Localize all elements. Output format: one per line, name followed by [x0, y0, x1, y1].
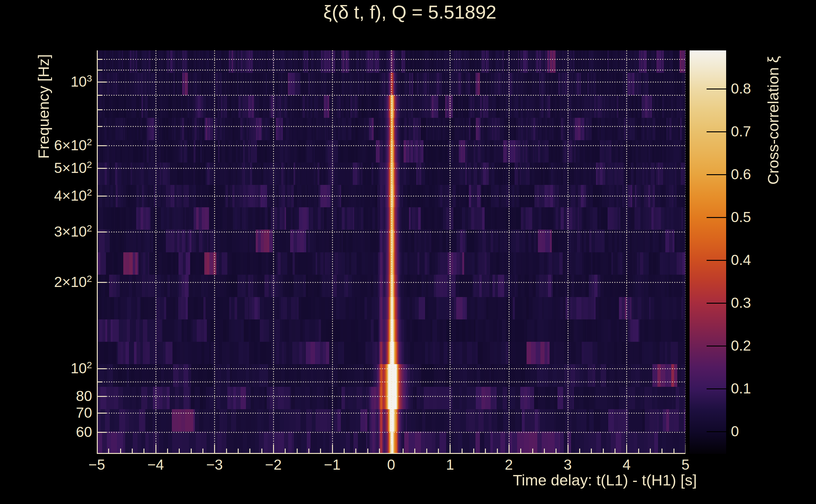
- colorbar-tick: [707, 303, 726, 304]
- x-tick-label: −5: [89, 457, 105, 472]
- x-axis-title: Time delay: t(L1) - t(H1) [s]: [513, 471, 697, 489]
- colorbar-tick-label: 0.8: [731, 81, 751, 96]
- x-tick-label: 5: [681, 457, 690, 472]
- x-tick-label: 4: [623, 457, 631, 472]
- colorbar-tick: [707, 217, 726, 218]
- colorbar-title: Cross-correlation ξ: [764, 56, 782, 185]
- colorbar-tick: [707, 131, 726, 132]
- y-tick-label: 5×102: [54, 161, 92, 175]
- y-tick-label: 70: [76, 405, 92, 420]
- figure-root: ξ(δ t, f), Q = 5.51892 Frequency [Hz] Ti…: [0, 0, 816, 504]
- y-tick-label: 2×102: [54, 275, 92, 289]
- colorbar-tick-label: 0: [731, 424, 739, 438]
- colorbar-tick-label: 0.7: [731, 124, 751, 139]
- y-tick-label: 60: [76, 425, 92, 439]
- x-tick-label: −3: [206, 457, 223, 472]
- colorbar-tick-label: 0.2: [731, 338, 751, 353]
- colorbar-tick: [707, 260, 726, 261]
- colorbar-tick-label: 0.6: [731, 167, 751, 181]
- chart-title: ξ(δ t, f), Q = 5.51892: [324, 1, 497, 23]
- colorbar-tick: [707, 89, 726, 89]
- x-tick-label: −4: [147, 457, 164, 472]
- y-tick-label: 103: [71, 74, 92, 89]
- x-tick-label: 3: [564, 457, 572, 472]
- colorbar-tick-label: 0.1: [731, 381, 751, 396]
- colorbar-tick: [707, 431, 726, 432]
- colorbar-tick-label: 0.3: [731, 295, 751, 310]
- x-tick-label: −1: [324, 457, 341, 472]
- colorbar-tick-label: 0.4: [731, 253, 751, 267]
- y-axis-title: Frequency [Hz]: [35, 54, 52, 159]
- y-tick-label: 6×102: [54, 138, 92, 152]
- x-tick-label: 2: [505, 457, 513, 472]
- x-tick-label: −2: [265, 457, 282, 472]
- y-tick-label: 80: [76, 389, 92, 403]
- y-tick-label: 3×102: [54, 224, 92, 239]
- colorbar-tick: [707, 346, 726, 347]
- x-tick-label: 0: [387, 457, 395, 472]
- y-tick-label: 102: [71, 361, 92, 375]
- colorbar: [690, 50, 726, 454]
- colorbar-tick-label: 0.5: [731, 210, 751, 224]
- x-tick-label: 1: [446, 457, 454, 472]
- heatmap-canvas: [97, 50, 686, 454]
- y-tick-label: 4×102: [54, 188, 92, 203]
- colorbar-tick: [707, 174, 726, 175]
- colorbar-tick: [707, 388, 726, 389]
